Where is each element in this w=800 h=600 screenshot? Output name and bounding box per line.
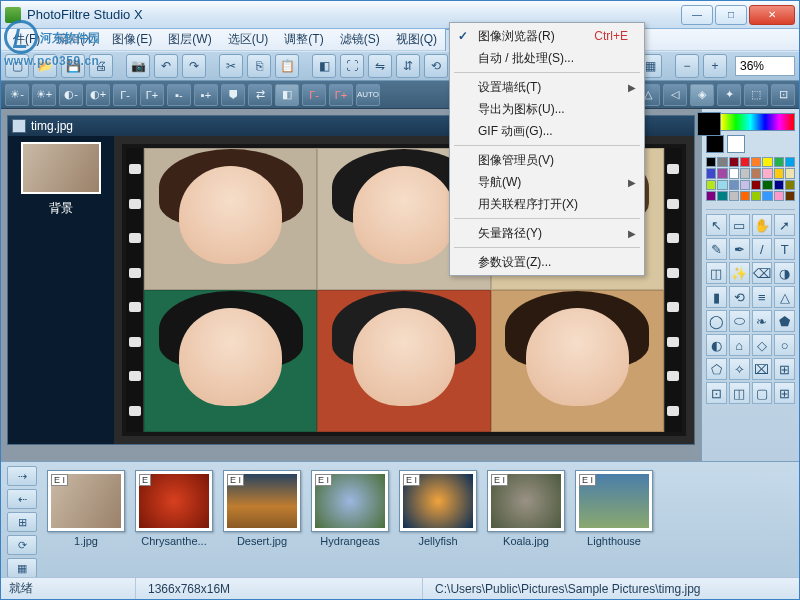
swatch[interactable] xyxy=(762,157,772,167)
swatch[interactable] xyxy=(785,191,795,201)
browser-tool-4[interactable]: ⟳ xyxy=(7,535,37,555)
menu-item[interactable]: 用关联程序打开(X) xyxy=(452,193,642,215)
menu-item[interactable]: 导出为图标(U)... xyxy=(452,98,642,120)
tool-7[interactable]: T xyxy=(774,238,795,260)
tool-29[interactable]: ◫ xyxy=(729,382,750,404)
thumbnail-item[interactable]: E IJellyfish xyxy=(399,470,477,547)
close-button[interactable]: ✕ xyxy=(749,5,795,25)
saturation-minus-icon[interactable]: ▪- xyxy=(167,84,191,106)
menu-item[interactable]: 图像管理员(V) xyxy=(452,149,642,171)
effect2-icon[interactable]: ✦ xyxy=(717,84,741,106)
tool-4[interactable]: ✎ xyxy=(706,238,727,260)
zoom-out-button[interactable]: − xyxy=(675,54,699,78)
menu-item[interactable]: 图像浏览器(R)Ctrl+E xyxy=(452,25,642,47)
thumbnail-item[interactable]: E ILighthouse xyxy=(575,470,653,547)
contrast-minus-icon[interactable]: ◐- xyxy=(59,84,83,106)
swatch[interactable] xyxy=(774,191,784,201)
cut-button[interactable]: ✂ xyxy=(219,54,243,78)
menu-item[interactable]: GIF 动画(G)... xyxy=(452,120,642,142)
tool-31[interactable]: ⊞ xyxy=(774,382,795,404)
tool-28[interactable]: ⊡ xyxy=(706,382,727,404)
swatch[interactable] xyxy=(774,168,784,178)
swatch[interactable] xyxy=(785,180,795,190)
tool-16[interactable]: ◯ xyxy=(706,310,727,332)
brightness-minus-icon[interactable]: ☀- xyxy=(5,84,29,106)
swatch[interactable] xyxy=(717,191,727,201)
zoom-in-button[interactable]: + xyxy=(703,54,727,78)
swatch[interactable] xyxy=(729,191,739,201)
swatch[interactable] xyxy=(762,180,772,190)
menu-3[interactable]: 图层(W) xyxy=(160,29,219,50)
swatch[interactable] xyxy=(751,191,761,201)
tool-12[interactable]: ▮ xyxy=(706,286,727,308)
foreground-color[interactable] xyxy=(706,135,724,153)
tool-9[interactable]: ✨ xyxy=(729,262,750,284)
browser-tool-5[interactable]: ▦ xyxy=(7,558,37,578)
tool-5[interactable]: ✒ xyxy=(729,238,750,260)
swatch[interactable] xyxy=(729,157,739,167)
tool-26[interactable]: ⌧ xyxy=(752,358,773,380)
menu-6[interactable]: 滤镜(S) xyxy=(332,29,388,50)
swatch[interactable] xyxy=(717,157,727,167)
tool-19[interactable]: ⬟ xyxy=(774,310,795,332)
swatch[interactable] xyxy=(785,157,795,167)
tool-0[interactable]: ↖ xyxy=(706,214,727,236)
swatch[interactable] xyxy=(706,168,716,178)
browser-tool-2[interactable]: ⇠ xyxy=(7,489,37,509)
redo-button[interactable]: ↷ xyxy=(182,54,206,78)
swatch[interactable] xyxy=(762,191,772,201)
swatch[interactable] xyxy=(706,157,716,167)
undo-button[interactable]: ↶ xyxy=(154,54,178,78)
levels-icon[interactable]: ⇄ xyxy=(248,84,272,106)
flip-v-button[interactable]: ⇵ xyxy=(396,54,420,78)
tool-24[interactable]: ⬠ xyxy=(706,358,727,380)
histogram-icon[interactable]: ⛊ xyxy=(221,84,245,106)
scan-button[interactable]: 📷 xyxy=(126,54,150,78)
menu-item[interactable]: 设置墙纸(T)▶ xyxy=(452,76,642,98)
tool-30[interactable]: ▢ xyxy=(752,382,773,404)
gamma-red-minus-icon[interactable]: Γ- xyxy=(302,84,326,106)
menu-item[interactable]: 参数设置(Z)... xyxy=(452,251,642,273)
effect3-icon[interactable]: ⬚ xyxy=(744,84,768,106)
brightness-plus-icon[interactable]: ☀+ xyxy=(32,84,56,106)
zoom-combo[interactable]: 36% xyxy=(735,56,795,76)
browser-tool-1[interactable]: ⇢ xyxy=(7,466,37,486)
swatch[interactable] xyxy=(774,180,784,190)
menu-item[interactable]: 自动 / 批处理(S)... xyxy=(452,47,642,69)
flip-h-button[interactable]: ⇋ xyxy=(368,54,392,78)
rotate-left-button[interactable]: ⟲ xyxy=(424,54,448,78)
thumbnail-item[interactable]: E IDesert.jpg xyxy=(223,470,301,547)
grayscale-icon[interactable]: ◧ xyxy=(275,84,299,106)
tool-10[interactable]: ⌫ xyxy=(752,262,773,284)
swatch[interactable] xyxy=(762,168,772,178)
menu-item[interactable]: 导航(W)▶ xyxy=(452,171,642,193)
tool-8[interactable]: ◫ xyxy=(706,262,727,284)
swatch[interactable] xyxy=(751,157,761,167)
browser-tool-3[interactable]: ⊞ xyxy=(7,512,37,532)
copy-button[interactable]: ⎘ xyxy=(247,54,271,78)
background-color[interactable] xyxy=(727,135,745,153)
tool-11[interactable]: ◑ xyxy=(774,262,795,284)
thumbnail-item[interactable]: EChrysanthe... xyxy=(135,470,213,547)
swatch[interactable] xyxy=(717,168,727,178)
gamma-minus-icon[interactable]: Γ- xyxy=(113,84,137,106)
paste-button[interactable]: 📋 xyxy=(275,54,299,78)
tool-25[interactable]: ✧ xyxy=(729,358,750,380)
swatch[interactable] xyxy=(740,157,750,167)
tool-17[interactable]: ⬭ xyxy=(729,310,750,332)
saturation-plus-icon[interactable]: ▪+ xyxy=(194,84,218,106)
tool-18[interactable]: ❧ xyxy=(752,310,773,332)
tool-14[interactable]: ≡ xyxy=(752,286,773,308)
effect1-icon[interactable]: ◈ xyxy=(690,84,714,106)
swatch[interactable] xyxy=(740,180,750,190)
swatch[interactable] xyxy=(729,180,739,190)
gamma-red-plus-icon[interactable]: Γ+ xyxy=(329,84,353,106)
swatch[interactable] xyxy=(740,168,750,178)
thumbnail-item[interactable]: E IKoala.jpg xyxy=(487,470,565,547)
auto-icon[interactable]: AUTO xyxy=(356,84,380,106)
thumbnail-item[interactable]: E IHydrangeas xyxy=(311,470,389,547)
tool-13[interactable]: ⟲ xyxy=(729,286,750,308)
tool-6[interactable]: / xyxy=(752,238,773,260)
swatch[interactable] xyxy=(785,168,795,178)
swatch[interactable] xyxy=(717,180,727,190)
